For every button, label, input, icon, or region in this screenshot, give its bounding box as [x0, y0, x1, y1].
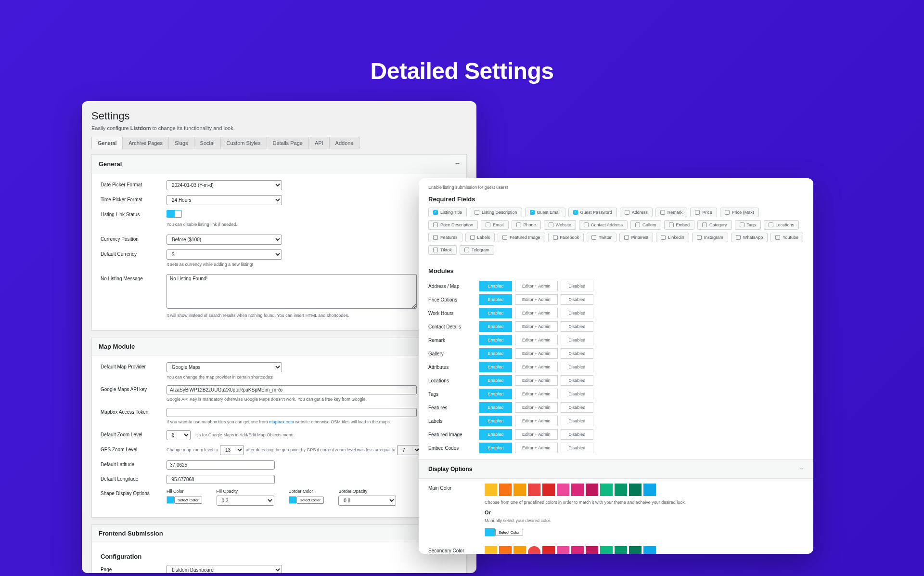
module-disabled-button[interactable]: Disabled: [561, 375, 593, 386]
required-field-locations[interactable]: Locations: [764, 220, 799, 230]
module-enabled-button[interactable]: Enabled: [479, 294, 512, 305]
module-disabled-button[interactable]: Disabled: [561, 402, 593, 413]
color-swatch[interactable]: [615, 546, 627, 554]
color-swatch[interactable]: [615, 484, 627, 496]
required-field-labels[interactable]: Labels: [465, 233, 495, 242]
module-editor-button[interactable]: Editor + Admin: [515, 281, 558, 291]
collapse-icon[interactable]: −: [799, 465, 804, 473]
btn-fill-color[interactable]: Select Color: [174, 497, 202, 504]
module-editor-button[interactable]: Editor + Admin: [515, 308, 558, 318]
required-field-facebook[interactable]: Facebook: [548, 233, 584, 242]
select-map-provider[interactable]: Google Maps: [167, 362, 282, 372]
required-field-category[interactable]: Category: [697, 220, 732, 230]
required-field-remark[interactable]: Remark: [655, 208, 688, 217]
module-enabled-button[interactable]: Enabled: [479, 402, 512, 413]
module-disabled-button[interactable]: Disabled: [561, 294, 593, 305]
collapse-icon[interactable]: −: [455, 159, 460, 168]
module-disabled-button[interactable]: Disabled: [561, 416, 593, 426]
required-field-price-max-[interactable]: Price (Max): [720, 208, 759, 217]
required-field-whatsapp[interactable]: WhatsApp: [731, 233, 768, 242]
swatch-main-custom[interactable]: [485, 528, 495, 537]
color-swatch[interactable]: [542, 484, 555, 496]
required-field-tags[interactable]: Tags: [735, 220, 761, 230]
required-field-website[interactable]: Website: [544, 220, 576, 230]
color-swatch[interactable]: [600, 484, 613, 496]
required-field-pinterest[interactable]: Pinterest: [619, 233, 654, 242]
btn-main-color[interactable]: Select Color: [495, 529, 523, 536]
module-enabled-button[interactable]: Enabled: [479, 375, 512, 386]
module-disabled-button[interactable]: Disabled: [561, 429, 593, 440]
color-swatch[interactable]: [643, 546, 656, 554]
select-fill-opacity[interactable]: 0.3: [217, 496, 274, 506]
select-gps-zoom-1[interactable]: 13: [220, 445, 244, 455]
color-swatch[interactable]: [499, 484, 512, 496]
required-field-guest-email[interactable]: Guest Email: [525, 208, 565, 217]
color-swatch[interactable]: [643, 484, 656, 496]
required-field-email[interactable]: Email: [481, 220, 509, 230]
tab-custom-styles[interactable]: Custom Styles: [220, 137, 267, 149]
toggle-link-status[interactable]: [167, 210, 182, 218]
module-editor-button[interactable]: Editor + Admin: [515, 335, 558, 345]
color-swatch[interactable]: [629, 484, 642, 496]
required-field-telegram[interactable]: Telegram: [460, 245, 494, 255]
color-swatch[interactable]: [571, 546, 584, 554]
input-lng[interactable]: [167, 475, 275, 484]
module-editor-button[interactable]: Editor + Admin: [515, 375, 558, 386]
module-disabled-button[interactable]: Disabled: [561, 389, 593, 399]
color-swatch[interactable]: [528, 546, 540, 554]
module-enabled-button[interactable]: Enabled: [479, 389, 512, 399]
module-editor-button[interactable]: Editor + Admin: [515, 429, 558, 440]
swatch-fill-color[interactable]: [167, 496, 174, 504]
module-enabled-button[interactable]: Enabled: [479, 321, 512, 332]
module-disabled-button[interactable]: Disabled: [561, 362, 593, 372]
tab-details-page[interactable]: Details Page: [267, 137, 309, 149]
swatch-border-color[interactable]: [289, 496, 296, 504]
module-editor-button[interactable]: Editor + Admin: [515, 416, 558, 426]
color-swatch[interactable]: [557, 484, 569, 496]
tab-general[interactable]: General: [91, 137, 123, 149]
textarea-no-listing[interactable]: No Listing Found!: [167, 274, 417, 309]
module-editor-button[interactable]: Editor + Admin: [515, 389, 558, 399]
module-disabled-button[interactable]: Disabled: [561, 335, 593, 345]
select-border-opacity[interactable]: 0.8: [338, 496, 396, 506]
tab-social[interactable]: Social: [194, 137, 221, 149]
tab-addons[interactable]: Addons: [329, 137, 359, 149]
module-enabled-button[interactable]: Enabled: [479, 429, 512, 440]
color-swatch[interactable]: [542, 546, 555, 554]
color-swatch[interactable]: [600, 546, 613, 554]
required-field-price[interactable]: Price: [690, 208, 717, 217]
tab-api[interactable]: API: [308, 137, 330, 149]
select-date-picker[interactable]: 2024-01-03 (Y-m-d): [167, 180, 282, 190]
btn-border-color[interactable]: Select Color: [296, 497, 324, 504]
required-field-tiktok[interactable]: Tiktok: [428, 245, 457, 255]
module-enabled-button[interactable]: Enabled: [479, 308, 512, 318]
color-swatch[interactable]: [485, 484, 497, 496]
input-lat[interactable]: [167, 460, 275, 470]
required-field-gallery[interactable]: Gallery: [630, 220, 661, 230]
color-swatch[interactable]: [513, 484, 526, 496]
module-editor-button[interactable]: Editor + Admin: [515, 362, 558, 372]
select-page[interactable]: Listdom Dashboard: [167, 565, 282, 573]
color-swatch[interactable]: [629, 546, 642, 554]
color-swatch[interactable]: [485, 546, 497, 554]
module-editor-button[interactable]: Editor + Admin: [515, 443, 558, 453]
required-field-features[interactable]: Features: [428, 233, 462, 242]
module-enabled-button[interactable]: Enabled: [479, 443, 512, 453]
module-enabled-button[interactable]: Enabled: [479, 281, 512, 291]
module-enabled-button[interactable]: Enabled: [479, 335, 512, 345]
module-editor-button[interactable]: Editor + Admin: [515, 348, 558, 359]
required-field-featured-image[interactable]: Featured Image: [498, 233, 545, 242]
select-default-currency[interactable]: $: [167, 249, 282, 260]
select-currency-pos[interactable]: Before ($100): [167, 235, 282, 245]
required-field-youtube[interactable]: Youtube: [770, 233, 803, 242]
input-mapbox-token[interactable]: [167, 408, 417, 417]
required-field-phone[interactable]: Phone: [512, 220, 541, 230]
color-swatch[interactable]: [499, 546, 512, 554]
required-field-instagram[interactable]: Instagram: [692, 233, 728, 242]
tab-archive-pages[interactable]: Archive Pages: [122, 137, 169, 149]
select-default-zoom[interactable]: 6: [167, 430, 191, 440]
module-enabled-button[interactable]: Enabled: [479, 362, 512, 372]
module-disabled-button[interactable]: Disabled: [561, 281, 593, 291]
color-swatch[interactable]: [513, 546, 526, 554]
module-disabled-button[interactable]: Disabled: [561, 321, 593, 332]
